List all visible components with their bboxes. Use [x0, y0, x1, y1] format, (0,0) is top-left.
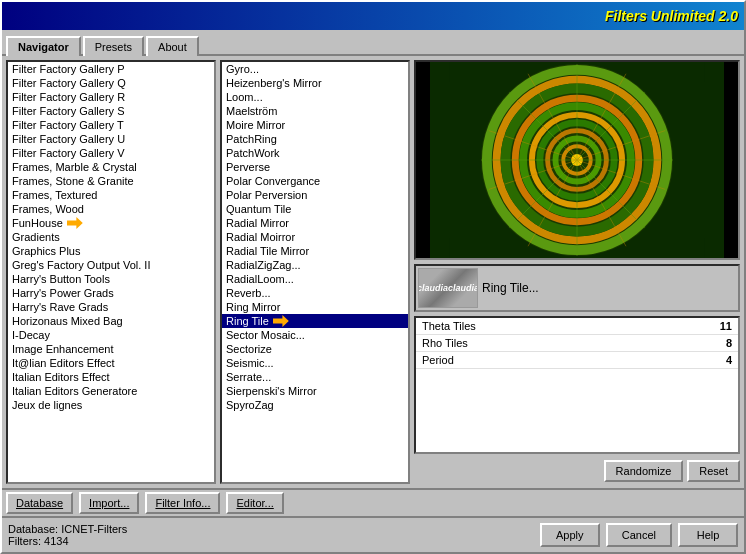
- list-item[interactable]: Filter Factory Gallery U: [8, 132, 214, 146]
- param-period-label: Period: [422, 354, 454, 366]
- list-item[interactable]: Ring Mirror: [222, 300, 408, 314]
- help-button[interactable]: Help: [678, 523, 738, 547]
- list-item[interactable]: Radial Moirror: [222, 230, 408, 244]
- list-item[interactable]: PatchRing: [222, 132, 408, 146]
- tab-about[interactable]: About: [146, 36, 199, 56]
- list-item[interactable]: Italian Editors Effect: [8, 370, 214, 384]
- list-item[interactable]: Gradients: [8, 230, 214, 244]
- list-item-ring-tile[interactable]: Ring Tile: [222, 314, 408, 328]
- list-item[interactable]: SpyroZag: [222, 398, 408, 412]
- params-table: Theta Tiles 11 Rho Tiles 8 Period 4: [414, 316, 740, 454]
- list-item[interactable]: It@lian Editors Effect: [8, 356, 214, 370]
- reset-button[interactable]: Reset: [687, 460, 740, 482]
- tab-presets[interactable]: Presets: [83, 36, 144, 56]
- list-item[interactable]: Quantum Tile: [222, 202, 408, 216]
- param-rho-value: 8: [726, 337, 732, 349]
- param-period-value: 4: [726, 354, 732, 366]
- list-item[interactable]: Filter Factory Gallery V: [8, 146, 214, 160]
- list-item[interactable]: Reverb...: [222, 286, 408, 300]
- list-item[interactable]: Filter Factory Gallery R: [8, 90, 214, 104]
- right-toolbar: Randomize Reset: [414, 458, 740, 484]
- list-item[interactable]: Image Enhancement: [8, 342, 214, 356]
- database-value: ICNET-Filters: [61, 523, 127, 535]
- cancel-button[interactable]: Cancel: [606, 523, 672, 547]
- filter-info-button[interactable]: Filter Info...: [145, 492, 220, 514]
- list-item[interactable]: Filter Factory Gallery S: [8, 104, 214, 118]
- list-item[interactable]: Sector Mosaic...: [222, 328, 408, 342]
- list-item[interactable]: Frames, Stone & Granite: [8, 174, 214, 188]
- param-theta-label: Theta Tiles: [422, 320, 476, 332]
- title-bar: Filters Unlimited 2.0: [2, 2, 744, 30]
- action-buttons: Apply Cancel Help: [540, 523, 738, 547]
- list-item[interactable]: Maelström: [222, 104, 408, 118]
- list-item[interactable]: Frames, Marble & Crystal: [8, 160, 214, 174]
- list-item[interactable]: RadialLoom...: [222, 272, 408, 286]
- list-item[interactable]: Polar Perversion: [222, 188, 408, 202]
- tab-bar: Navigator Presets About: [2, 30, 744, 56]
- main-window: Filters Unlimited 2.0 Navigator Presets …: [0, 0, 746, 554]
- status-info: Database: ICNET-Filters Filters: 4134: [8, 523, 127, 547]
- list-item[interactable]: Frames, Textured: [8, 188, 214, 202]
- list-item[interactable]: Radial Mirror: [222, 216, 408, 230]
- svg-rect-39: [704, 238, 724, 258]
- status-bar: Database: ICNET-Filters Filters: 4134 Ap…: [2, 516, 744, 552]
- param-row-period: Period 4: [416, 352, 738, 369]
- database-label: Database:: [8, 523, 58, 535]
- preview-image: [416, 62, 738, 258]
- list-item[interactable]: Harry's Rave Grads: [8, 300, 214, 314]
- svg-rect-37: [704, 62, 724, 82]
- param-theta-value: 11: [720, 320, 732, 332]
- randomize-button[interactable]: Randomize: [604, 460, 684, 482]
- list-item[interactable]: Horizonaus Mixed Bag: [8, 314, 214, 328]
- param-row-theta: Theta Tiles 11: [416, 318, 738, 335]
- claudia-section: claudia Ring Tile...: [414, 264, 740, 312]
- list-item[interactable]: RadialZigZag...: [222, 258, 408, 272]
- param-row-rho: Rho Tiles 8: [416, 335, 738, 352]
- app-title: Filters Unlimited 2.0: [605, 8, 738, 24]
- list-item[interactable]: Sierpenski's Mirror: [222, 384, 408, 398]
- apply-button[interactable]: Apply: [540, 523, 600, 547]
- list-item[interactable]: Radial Tile Mirror: [222, 244, 408, 258]
- claudia-logo: claudia: [418, 268, 478, 308]
- funhouse-arrow-icon: [67, 217, 83, 229]
- list-item-harry-power[interactable]: Harry's Power Grads: [8, 286, 214, 300]
- filter-list[interactable]: Gyro... Heizenberg's Mirror Loom... Mael…: [222, 62, 408, 482]
- list-item[interactable]: Heizenberg's Mirror: [222, 76, 408, 90]
- list-item[interactable]: Greg's Factory Output Vol. II: [8, 258, 214, 272]
- list-item[interactable]: Sectorize: [222, 342, 408, 356]
- database-button[interactable]: Database: [6, 492, 73, 514]
- filters-value: 4134: [44, 535, 68, 547]
- list-item[interactable]: Filter Factory Gallery P: [8, 62, 214, 76]
- list-item[interactable]: Serrate...: [222, 370, 408, 384]
- list-item[interactable]: Italian Editors Generatore: [8, 384, 214, 398]
- list-item[interactable]: Filter Factory Gallery T: [8, 118, 214, 132]
- list-item[interactable]: Seismic...: [222, 356, 408, 370]
- filter-list-panel: Gyro... Heizenberg's Mirror Loom... Mael…: [220, 60, 410, 484]
- list-item[interactable]: Graphics Plus: [8, 244, 214, 258]
- list-item[interactable]: I-Decay: [8, 328, 214, 342]
- right-panel: claudia Ring Tile... Theta Tiles 11 Rho …: [414, 60, 740, 484]
- list-item[interactable]: PatchWork: [222, 146, 408, 160]
- list-item[interactable]: Frames, Wood: [8, 202, 214, 216]
- editor-button[interactable]: Editor...: [226, 492, 283, 514]
- list-item[interactable]: Polar Convergance: [222, 174, 408, 188]
- tab-navigator[interactable]: Navigator: [6, 36, 81, 56]
- list-item[interactable]: Perverse: [222, 160, 408, 174]
- import-button[interactable]: Import...: [79, 492, 139, 514]
- ring-tile-arrow-icon: [273, 315, 289, 327]
- preview-area: [414, 60, 740, 260]
- list-item[interactable]: Filter Factory Gallery Q: [8, 76, 214, 90]
- svg-rect-36: [430, 62, 450, 82]
- param-rho-label: Rho Tiles: [422, 337, 468, 349]
- list-item[interactable]: Loom...: [222, 90, 408, 104]
- list-item[interactable]: Jeux de lignes: [8, 398, 214, 412]
- list-item[interactable]: Gyro...: [222, 62, 408, 76]
- category-list[interactable]: Filter Factory Gallery P Filter Factory …: [8, 62, 214, 482]
- filters-label: Filters:: [8, 535, 41, 547]
- svg-rect-38: [430, 238, 450, 258]
- list-item-funhouse[interactable]: FunHouse: [8, 216, 214, 230]
- current-filter-name: Ring Tile...: [482, 281, 539, 295]
- list-item[interactable]: Harry's Button Tools: [8, 272, 214, 286]
- bottom-toolbar: Database Import... Filter Info... Editor…: [2, 488, 744, 516]
- list-item[interactable]: Moire Mirror: [222, 118, 408, 132]
